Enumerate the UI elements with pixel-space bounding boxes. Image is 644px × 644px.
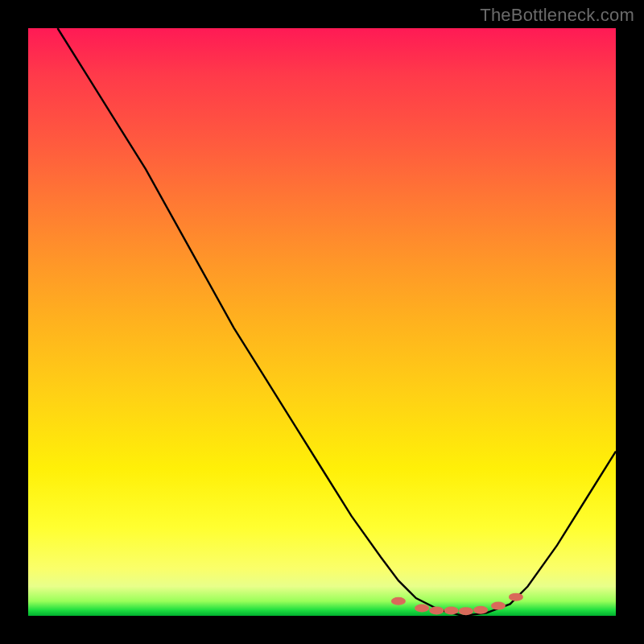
bottleneck-curve (58, 28, 617, 616)
chart-plot-area (28, 28, 616, 616)
curve-marker (429, 606, 444, 614)
chart-svg (28, 28, 616, 616)
curve-markers-group (391, 593, 523, 616)
curve-marker (491, 602, 506, 610)
curve-marker (459, 607, 473, 615)
curve-marker (415, 605, 429, 613)
curve-marker (444, 606, 459, 614)
curve-marker (391, 597, 406, 605)
attribution-text: TheBottleneck.com (480, 5, 634, 26)
curve-marker (509, 593, 523, 601)
curve-marker (473, 606, 488, 614)
